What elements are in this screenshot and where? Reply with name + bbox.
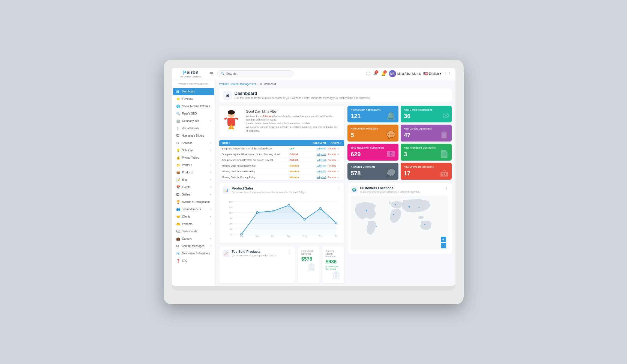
expand-button[interactable]: ⛶ [366, 71, 371, 76]
search-input[interactable] [226, 72, 290, 75]
chevron-down-icon: ▾ [440, 72, 441, 76]
stat-card-newsletter[interactable]: Total Newsletter Subscribers 629 📧 [347, 144, 398, 161]
sidebar-item-products[interactable]: 📦 Products ▾ [173, 169, 214, 176]
map-zoom-out-button[interactable]: − [441, 243, 446, 248]
sidebar-item-solutions[interactable]: 💡 Solutions ▾ [173, 147, 214, 154]
apps-grid-button[interactable]: ⋮⋮ [444, 71, 452, 76]
last-month-label: Last Month Revenue [301, 250, 316, 255]
sidebar-item-verbal-identity[interactable]: 🎙 Verbal Identity [173, 125, 214, 132]
careers-icon: 💼 [176, 237, 180, 241]
sidebar-item-testimonials[interactable]: 💬 Testimonials [173, 228, 214, 235]
sidebar-label-favicons: Favicons [182, 97, 211, 100]
sidebar-label-solutions: Solutions [182, 149, 208, 152]
why-link[interactable]: Why fix? [317, 159, 326, 161]
product-sales-subtitle: Quick overview of your products number o… [232, 191, 307, 194]
stat-card-blog-comments[interactable]: New Blog Comments 578 💭 [347, 163, 398, 180]
stat-card-events-res[interactable]: New Events Reservations 17 📅 [401, 163, 452, 180]
sidebar-item-pages-seo[interactable]: 🔍 Page's SEO [173, 110, 214, 117]
chevron-down-icon: ▾ [210, 215, 211, 218]
page-subtitle: Use the dashboard for a quick overview o… [235, 97, 371, 100]
fix-link[interactable]: Fix now → [328, 147, 339, 150]
section-title-row: 📊 Product Sales Quick overview of your p… [223, 186, 307, 194]
stat-card-system-notif[interactable]: New System Notifications 121 🔔 [347, 106, 398, 123]
sidebar-item-blog[interactable]: 📝 Blog ▾ [173, 176, 214, 183]
verbal-identity-icon: 🎙 [176, 127, 180, 130]
customers-locations-section: 🌍 Customers Locations Quick overview of … [347, 183, 452, 254]
stat-card-icon: 🔔 [386, 111, 396, 120]
fix-link[interactable]: Fix now → [328, 164, 339, 167]
breadcrumb: Website Content Management › ⊞ Dashboard [219, 83, 452, 86]
product-sales-menu-button[interactable]: ⋮ [337, 186, 341, 191]
sidebar-item-partners[interactable]: 🤲 Partners ▾ [173, 221, 214, 228]
current-month-revenue-card: Current Month Revenue $936 ▲ 42% from la… [322, 246, 344, 283]
logo-text: ℙ eiron [182, 70, 199, 76]
why-link[interactable]: Why fix? [317, 153, 326, 156]
issue-level: Medium [290, 164, 314, 167]
sidebar-item-portfolio[interactable]: 📁 Portfolio ▾ [173, 162, 214, 169]
sidebar-item-team-members[interactable]: 👥 Team Members ▾ [173, 206, 214, 213]
mail-button[interactable]: ✉ 3 [373, 71, 378, 76]
fix-link[interactable]: Fix now → [328, 176, 339, 179]
bell-button[interactable]: 🔔 5 [380, 71, 386, 76]
laptop-screen: ℙ eiron The Limitless Dashboard ☰ 🔍 ⛶ ✉ … [172, 68, 455, 286]
breadcrumb-parent[interactable]: Website Content Management [219, 83, 256, 86]
sidebar-label-faq: FAQ [182, 259, 211, 262]
sidebar-item-awards[interactable]: 🏆 Awards & Recognitions [173, 198, 214, 206]
why-link[interactable]: Why fix? [317, 176, 326, 179]
logo-subtitle: The Limitless Dashboard [180, 76, 201, 78]
stat-card-contact-msg[interactable]: New Contact Messages 5 💬 [347, 125, 398, 142]
map-zoom-in-button[interactable]: + [441, 237, 446, 242]
why-link[interactable]: Why fix? [317, 170, 326, 173]
sidebar-item-favicons[interactable]: ⭐ Favicons [173, 95, 214, 103]
issues-count: 9 Issues [263, 115, 273, 118]
sidebar-item-homepage-sliders[interactable]: 🖼 Homepage Sliders [173, 132, 214, 139]
table-row: Missing Data for Company Info Medium Why… [219, 163, 344, 169]
stats-grid: New System Notifications 121 🔔 New E-mai… [347, 106, 452, 180]
hamburger-button[interactable]: ☰ [208, 70, 214, 77]
sidebar-brand: Website Content Management [172, 80, 215, 87]
top-sold-menu-button[interactable]: ⋮ [288, 250, 292, 254]
sidebar-item-services[interactable]: ⚙ Services ▾ [173, 140, 214, 147]
last-month-revenue-card: Last Month Revenue $578 🏦 [298, 246, 320, 283]
why-link[interactable]: Why fix? [317, 164, 326, 167]
sidebar-item-newsletter[interactable]: 📧 Newsletter Subscribers [173, 250, 214, 257]
testimonials-icon: 💬 [176, 230, 180, 233]
world-map: + − [351, 196, 448, 251]
sidebar-item-company-info[interactable]: 🏢 Company Info ▾ [173, 118, 214, 125]
sidebar-item-faq[interactable]: ❓ FAQ [173, 257, 214, 264]
sidebar-label-products: Products [182, 171, 208, 174]
map-dot [365, 210, 367, 211]
sidebar-item-gallery[interactable]: 🖼 Gallery ▾ [173, 191, 214, 198]
revenue-icon: 🏦 [331, 270, 341, 280]
sidebar-item-careers[interactable]: 💼 Careers ▾ [173, 235, 214, 242]
chevron-down-icon: ▾ [210, 120, 211, 122]
stat-card-email-notif[interactable]: New E-mail Notifications 36 ✉ [401, 106, 452, 123]
th-issue: Issue ↑ [222, 142, 310, 144]
why-link[interactable]: Why fix? [317, 147, 326, 150]
stat-card-careers[interactable]: New Careers Applicants 47 📋 [401, 125, 452, 142]
sidebar-item-pricing-tables[interactable]: 💰 Pricing Tables [173, 154, 214, 161]
page-title: Dashboard [235, 91, 371, 96]
map-dot [395, 204, 396, 205]
language-label: English [429, 72, 439, 75]
chart-point [335, 222, 337, 224]
table-row: Google Analytics API activated, but no T… [219, 152, 344, 157]
fix-link[interactable]: Fix now → [328, 153, 339, 156]
bell-badge: 5 [383, 70, 387, 74]
user-info[interactable]: MA Mina Alber Morris [389, 70, 421, 77]
stat-card-quotations[interactable]: New Requested Quotations 3 📄 [401, 144, 452, 161]
fix-link[interactable]: Fix now → [328, 170, 339, 173]
fix-link[interactable]: Fix now → [328, 159, 339, 161]
sidebar-item-events[interactable]: 📅 Events ▾ [173, 184, 214, 191]
top-bar: ℙ eiron The Limitless Dashboard ☰ 🔍 ⛶ ✉ … [172, 68, 455, 80]
sidebar-item-contact-messages[interactable]: ✉ Contact Messages ▾ [173, 243, 214, 250]
sidebar-item-clients[interactable]: 🤝 Clients ▾ [173, 213, 214, 220]
team-members-icon: 👥 [176, 207, 180, 211]
language-selector[interactable]: 🇺🇸 English ▾ [423, 71, 441, 76]
stat-card-icon: ✉ [443, 111, 449, 120]
sidebar-item-social-media[interactable]: 🌐 Social Media Platforms [173, 103, 214, 110]
customers-menu-button[interactable]: ⋮ [445, 186, 448, 191]
product-sales-section: 📊 Product Sales Quick overview of your p… [219, 183, 344, 243]
sidebar-item-dashboard[interactable]: ⊞ Dashboard [173, 88, 214, 95]
sidebar-label-awards: Awards & Recognitions [182, 200, 211, 203]
